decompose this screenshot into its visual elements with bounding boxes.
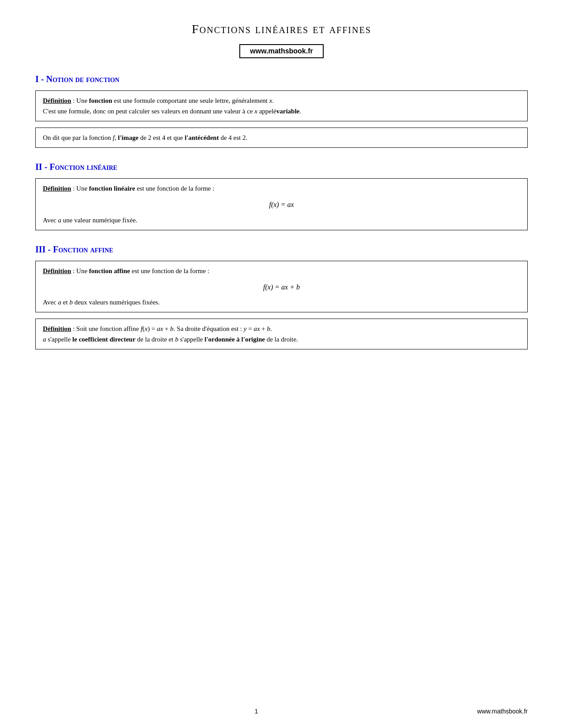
definition-label-4: Définition <box>43 325 71 332</box>
formula-affine: f(x) = ax + b <box>43 281 520 293</box>
section-title-3: III - Fonction affine <box>35 244 528 255</box>
website-link: www.mathsbook.fr <box>239 44 324 58</box>
footer-website: www.mathsbook.fr <box>477 708 528 715</box>
page: Fonctions linéaires et affines www.maths… <box>0 0 563 728</box>
definition-label-3: Définition <box>43 267 71 274</box>
definition-box-2: Définition : Une fonction linéaire est u… <box>35 178 528 230</box>
definition-label-2: Définition <box>43 185 71 192</box>
section-title-2: II - Fonction linéaire <box>35 162 528 172</box>
definition-box-4: Définition : Soit une fonction affine f(… <box>35 319 528 349</box>
footer-page-number: 1 <box>254 708 258 715</box>
definition-label-1: Définition <box>43 97 71 104</box>
definition-box-1: Définition : Une fonction est une formul… <box>35 90 528 121</box>
page-title: Fonctions linéaires et affines <box>35 22 528 36</box>
remark-box-1: On dit que par la fonction f, l'image de… <box>35 128 528 148</box>
footer: 1 www.mathsbook.fr <box>0 708 563 715</box>
definition-box-3: Définition : Une fonction affine est une… <box>35 261 528 313</box>
formula-linear: f(x) = ax <box>43 199 520 210</box>
section-title-1: I - Notion de fonction <box>35 74 528 84</box>
